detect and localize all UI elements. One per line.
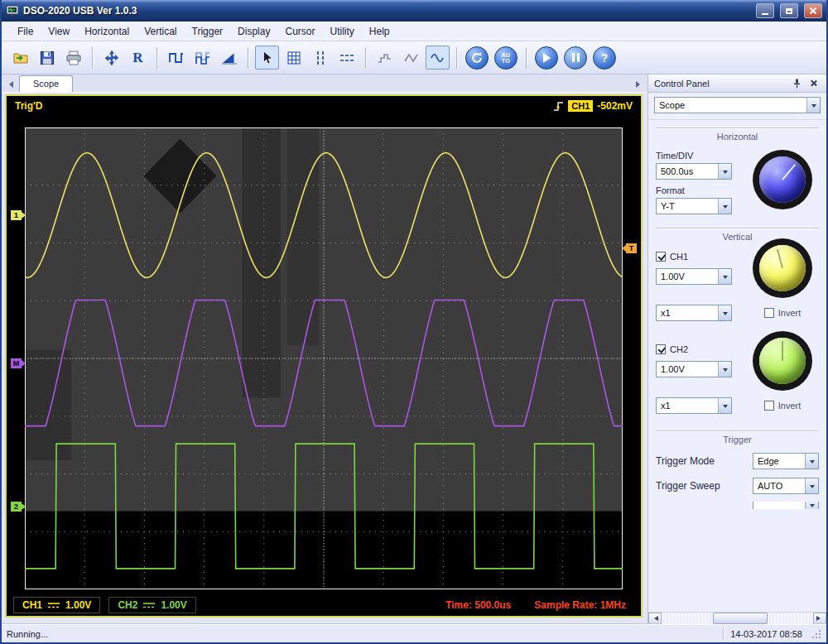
time-div-select[interactable]: 500.0us xyxy=(656,163,732,180)
ch1-invert-checkbox[interactable]: Invert xyxy=(746,308,819,318)
step-interpolation-button[interactable] xyxy=(373,46,397,70)
linear-wave-icon xyxy=(403,50,420,66)
horizontal-position-knob[interactable] xyxy=(759,156,806,203)
trigger-clipped-row xyxy=(656,502,819,509)
print-button[interactable] xyxy=(61,46,85,70)
chevron-down-icon xyxy=(718,199,731,214)
menu-horizontal[interactable]: Horizontal xyxy=(77,22,137,41)
tab-scroll-right-button[interactable] xyxy=(633,77,646,91)
trigger-sweep-select[interactable]: AUTO xyxy=(753,478,819,494)
pulse-display-button[interactable] xyxy=(164,46,188,70)
scrollbar-track[interactable] xyxy=(662,613,813,624)
trigger-mode-select[interactable]: Edge xyxy=(753,453,819,469)
panel-close-button[interactable] xyxy=(806,77,821,89)
help-icon: ? xyxy=(601,51,609,65)
menu-trigger[interactable]: Trigger xyxy=(185,22,231,41)
ch2-scale-select[interactable]: 1.00V xyxy=(656,361,732,377)
open-button[interactable] xyxy=(8,46,32,70)
scroll-left-button[interactable] xyxy=(648,613,662,624)
sine-interpolation-button[interactable] xyxy=(426,46,450,70)
save-button[interactable] xyxy=(35,46,59,70)
scrollbar-thumb[interactable] xyxy=(713,613,768,624)
ch2-invert-checkbox[interactable]: Invert xyxy=(746,401,819,411)
horizontal-cursors-button[interactable] xyxy=(335,46,359,70)
titlebar[interactable]: DSO-2020 USB Ver 1.0.3 xyxy=(2,0,826,22)
panel-mode-select[interactable]: Scope xyxy=(654,97,821,113)
tab-scope[interactable]: Scope xyxy=(19,75,73,92)
minimize-icon xyxy=(762,13,768,15)
scroll-right-button[interactable] xyxy=(813,613,826,624)
pause-button[interactable] xyxy=(564,46,587,70)
menu-display[interactable]: Display xyxy=(230,22,277,41)
menu-file[interactable]: File xyxy=(10,22,41,41)
horizontal-section-title: Horizontal xyxy=(656,132,819,142)
panel-mode-row: Scope xyxy=(648,93,826,120)
format-label: Format xyxy=(656,185,743,195)
ch1-scale-select[interactable]: 1.00V xyxy=(656,268,732,285)
help-button[interactable]: ? xyxy=(593,46,616,70)
trigger-status: Trig'D xyxy=(15,100,43,112)
trigger-sweep-label: Trigger Sweep xyxy=(656,480,720,492)
menu-help[interactable]: Help xyxy=(362,22,397,41)
scope-readout-bar: CH1 1.00V CH2 1.00V Time: 500.0us Sample… xyxy=(7,594,641,616)
cursor-select-button[interactable] xyxy=(255,46,279,70)
ch1-position-marker[interactable]: 1 xyxy=(11,210,22,220)
chevron-down-icon xyxy=(805,454,818,469)
ch1-readout: CH1 1.00V xyxy=(13,597,100,613)
grid-icon xyxy=(286,50,302,66)
scope-column: Scope Trig'D CH1 -502mV xyxy=(2,74,647,624)
ramp-display-button[interactable] xyxy=(217,46,241,70)
graticule: 1 M 2 T xyxy=(25,127,623,589)
refresh-icon xyxy=(470,51,484,65)
play-icon xyxy=(543,53,556,63)
autoset-button[interactable]: AU TO xyxy=(494,46,518,70)
ch2-enable-checkbox[interactable]: CH2 xyxy=(656,344,743,354)
dual-wave-icon xyxy=(195,50,211,66)
tab-scroll-left-button[interactable] xyxy=(3,77,16,91)
close-button[interactable] xyxy=(804,3,822,18)
linear-interpolation-button[interactable] xyxy=(399,46,423,70)
toolbar-separator xyxy=(248,47,248,69)
ch1-position-knob[interactable] xyxy=(759,245,806,291)
resize-grip[interactable] xyxy=(811,628,821,639)
format-select[interactable]: Y-T xyxy=(656,198,732,214)
chevron-right-icon xyxy=(816,616,823,621)
statusbar: Running... 14-03-2017 08:58 xyxy=(2,624,826,642)
refresh-button[interactable] xyxy=(465,46,489,70)
grid-toggle-button[interactable] xyxy=(282,46,306,70)
vertical-section-title: Vertical xyxy=(656,232,819,242)
record-button[interactable]: R xyxy=(126,46,150,70)
chevron-right-icon xyxy=(636,81,643,88)
ch2-readout: CH2 1.00V xyxy=(108,597,195,613)
trigger-clipped-select[interactable] xyxy=(753,502,819,509)
trigger-level-marker[interactable]: T xyxy=(626,243,637,253)
math-position-marker[interactable]: M xyxy=(11,358,22,368)
pin-button[interactable] xyxy=(790,77,804,89)
ch2-position-knob[interactable] xyxy=(759,338,806,384)
ch1-probe-select[interactable]: x1 xyxy=(656,305,732,321)
menubar: FileViewHorizontalVerticalTriggerDisplay… xyxy=(2,22,826,41)
menu-utility[interactable]: Utility xyxy=(322,22,361,41)
chevron-down-icon xyxy=(806,98,820,113)
window-title: DSO-2020 USB Ver 1.0.3 xyxy=(23,5,750,17)
checkbox-icon xyxy=(656,252,666,262)
dual-trace-button[interactable] xyxy=(190,46,214,70)
step-wave-icon xyxy=(377,50,393,66)
maximize-button[interactable] xyxy=(780,3,798,18)
control-panel-body: Horizontal Time/DIV 500.0us Format Y-T xyxy=(648,120,826,612)
menu-vertical[interactable]: Vertical xyxy=(137,22,184,41)
move-arrows-icon xyxy=(104,50,120,66)
pan-button[interactable] xyxy=(99,46,123,70)
status-datetime: 14-03-2017 08:58 xyxy=(730,629,811,639)
menu-cursor[interactable]: Cursor xyxy=(277,22,322,41)
tabbar: Scope xyxy=(2,74,647,93)
minimize-button[interactable] xyxy=(756,3,774,18)
menu-view[interactable]: View xyxy=(41,22,77,41)
ch1-enable-checkbox[interactable]: CH1 xyxy=(656,252,743,262)
chevron-down-icon xyxy=(805,478,818,493)
ch2-probe-select[interactable]: x1 xyxy=(656,397,732,414)
vertical-cursors-button[interactable] xyxy=(308,46,332,70)
start-button[interactable] xyxy=(535,46,558,70)
dc-coupling-icon xyxy=(142,602,156,609)
ch2-position-marker[interactable]: 2 xyxy=(11,502,22,512)
